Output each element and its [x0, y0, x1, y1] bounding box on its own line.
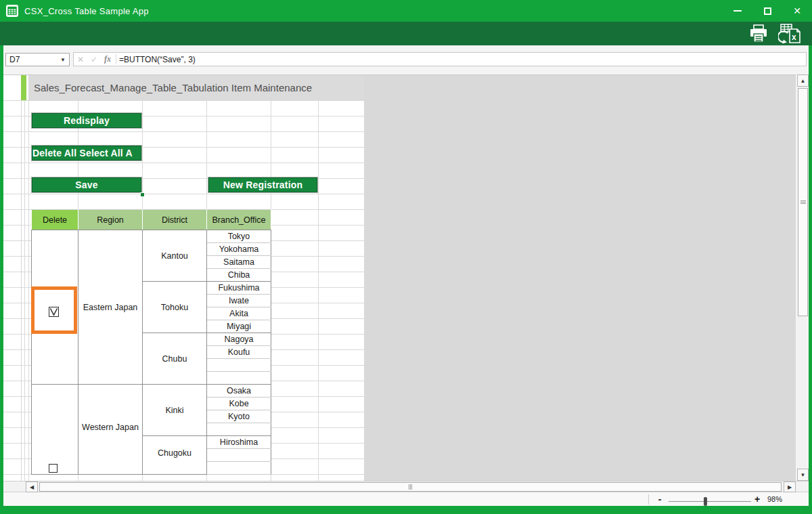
branch-cell[interactable]: Fukushima	[207, 282, 271, 295]
export-to-excel-icon: x	[778, 24, 803, 44]
horizontal-scrollbar[interactable]: ◀ ▶	[3, 481, 809, 492]
maximize-button[interactable]	[752, 0, 782, 22]
scroll-right-icon: ▶	[788, 484, 792, 490]
branch-cell[interactable]: Kobe	[207, 398, 271, 410]
chevron-down-icon[interactable]: ▼	[60, 57, 66, 63]
close-icon: ✕	[793, 5, 801, 16]
scrollbar-grip-icon	[409, 484, 412, 490]
gridline-col	[21, 75, 22, 481]
vertical-scrollbar-thumb[interactable]	[798, 88, 808, 316]
scroll-down-icon: ▼	[800, 472, 806, 478]
district-cell[interactable]: Chubu	[143, 333, 207, 385]
branch-cell[interactable]: Hiroshima	[207, 436, 271, 449]
zoom-out-button[interactable]: -	[655, 492, 664, 506]
formula-bar[interactable]: ✕ ✓ fx =BUTTON(“Save”, 3)	[73, 52, 807, 66]
branch-cell[interactable]: Tokyo	[207, 230, 271, 243]
branch-cell[interactable]	[207, 462, 271, 475]
header-cell-region[interactable]: Region	[78, 210, 143, 230]
district-cell[interactable]: Tohoku	[143, 282, 207, 333]
spreadsheet-area[interactable]: Sales_Forecast_Manage_Table_Tabulation I…	[3, 74, 796, 481]
delete-all-select-all-button[interactable]: Delete All Select All A	[31, 145, 142, 161]
district-cell[interactable]: Kinki	[143, 385, 207, 436]
horizontal-scrollbar-thumb[interactable]	[39, 482, 782, 492]
minimize-icon	[734, 10, 742, 12]
branch-cell[interactable]: Osaka	[207, 385, 271, 398]
district-cell[interactable]: Kantou	[143, 230, 207, 282]
window-title: CSX_Cross Table Sample App	[24, 6, 149, 16]
export-excel-button[interactable]: x	[778, 24, 803, 44]
branch-cell[interactable]: Yokohama	[207, 243, 271, 256]
cross-table: Delete Region District Branch_Office Eas…	[31, 209, 271, 481]
gridline-col	[28, 75, 29, 481]
scroll-down-button[interactable]: ▼	[797, 469, 809, 481]
branch-cell[interactable]: Chiba	[207, 269, 271, 282]
vertical-scrollbar[interactable]: ▲ ▼	[797, 74, 809, 481]
region-cell[interactable]: Western Japan	[78, 385, 143, 475]
name-box[interactable]: D7 ▼	[5, 53, 70, 66]
table-row: Eastern Japan Kantou Tokyo	[32, 230, 271, 243]
delete-checkbox-eastern-checked-icon[interactable]	[49, 307, 59, 317]
new-registration-button[interactable]: New Registration	[208, 177, 318, 193]
selection-fill-handle[interactable]	[140, 192, 145, 197]
app-icon	[5, 4, 19, 18]
scroll-left-button[interactable]: ◀	[26, 481, 38, 492]
print-icon	[748, 24, 769, 43]
scroll-left-icon: ◀	[30, 484, 34, 490]
formula-text[interactable]: =BUTTON(“Save”, 3)	[119, 55, 196, 64]
branch-cell[interactable]	[207, 372, 271, 385]
table-header-row: Delete Region District Branch_Office	[32, 210, 271, 230]
branch-cell[interactable]: Kyoto	[207, 410, 271, 423]
window-border-bottom	[0, 506, 812, 514]
scroll-up-icon: ▲	[800, 78, 806, 84]
save-button[interactable]: Save	[31, 177, 142, 193]
zoom-slider-track[interactable]	[669, 501, 751, 502]
branch-cell[interactable]	[207, 449, 271, 462]
branch-cell[interactable]: Akita	[207, 307, 271, 320]
title-accent-bar	[21, 75, 26, 100]
branch-cell[interactable]: Koufu	[207, 346, 271, 359]
close-button[interactable]: ✕	[782, 0, 812, 22]
cancel-icon[interactable]: ✕	[74, 55, 87, 64]
delete-cell[interactable]	[32, 385, 78, 475]
branch-cell[interactable]: Saitama	[207, 256, 271, 269]
header-cell-district[interactable]: District	[143, 210, 207, 230]
window-border-right	[809, 45, 812, 506]
header-cell-branch-office[interactable]: Branch_Office	[207, 210, 271, 230]
gridline-col	[24, 75, 25, 481]
window-border-left	[0, 45, 3, 506]
scrollbar-grip-icon	[800, 200, 806, 204]
redisplay-button[interactable]: Redisplay	[31, 112, 142, 129]
fx-icon[interactable]: fx	[101, 54, 114, 64]
zoom-slider-thumb[interactable]	[704, 497, 707, 506]
branch-cell[interactable]: Iwate	[207, 295, 271, 307]
scroll-up-button[interactable]: ▲	[797, 74, 809, 87]
divider	[116, 54, 116, 64]
scroll-right-button[interactable]: ▶	[784, 481, 796, 492]
table-row: Western Japan Kinki Osaka	[32, 385, 271, 398]
branch-cell[interactable]	[207, 423, 271, 436]
svg-text:x: x	[792, 33, 796, 42]
status-bar: - + 98%	[3, 492, 809, 506]
app-window: CSX_Cross Table Sample App ✕	[0, 0, 812, 514]
district-cell[interactable]: Chugoku	[143, 436, 207, 475]
print-button[interactable]	[748, 24, 769, 43]
header-cell-delete[interactable]: Delete	[32, 210, 78, 230]
branch-cell[interactable]: Nagoya	[207, 333, 271, 346]
zoom-level: 98%	[767, 492, 782, 506]
name-box-value: D7	[9, 55, 20, 64]
region-cell[interactable]: Eastern Japan	[78, 230, 143, 385]
delete-checkbox-western-unchecked-icon[interactable]	[49, 464, 58, 473]
branch-cell[interactable]: Miyagi	[207, 320, 271, 333]
divider	[648, 494, 649, 505]
minimize-button[interactable]	[723, 0, 752, 22]
title-bar: CSX_Cross Table Sample App ✕	[0, 0, 812, 22]
confirm-icon[interactable]: ✓	[87, 55, 101, 64]
zoom-in-button[interactable]: +	[752, 492, 762, 506]
unused-sheet-area	[364, 75, 796, 481]
gridline-col	[318, 75, 319, 481]
sheet-title[interactable]: Sales_Forecast_Manage_Table_Tabulation I…	[28, 75, 364, 100]
toolbar: x	[0, 22, 812, 45]
maximize-icon	[764, 7, 771, 15]
branch-cell[interactable]	[207, 359, 271, 372]
